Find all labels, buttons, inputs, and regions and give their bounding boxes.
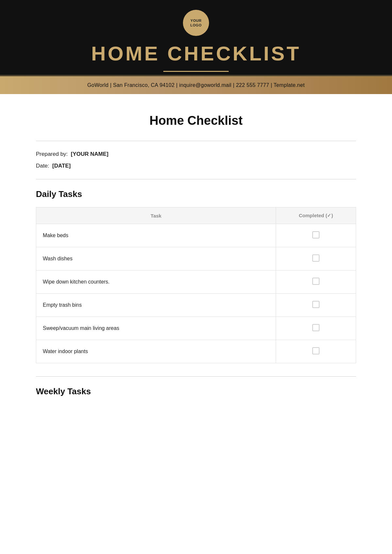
daily-tasks-title: Daily Tasks <box>36 189 356 199</box>
checkbox-icon[interactable] <box>312 231 319 238</box>
document-title: Home Checklist <box>36 114 356 128</box>
task-cell: Make beds <box>36 224 276 247</box>
header-lines <box>0 75 392 76</box>
meta-info: Prepared by: [YOUR NAME] Date: [DATE] <box>36 151 356 169</box>
weekly-tasks-section: Weekly Tasks <box>36 386 356 397</box>
prepared-by-row: Prepared by: [YOUR NAME] <box>36 151 356 157</box>
check-cell[interactable] <box>276 270 356 294</box>
task-cell: Sweep/vacuum main living areas <box>36 317 276 340</box>
task-cell: Wash dishes <box>36 247 276 270</box>
logo-text: YOURLOGO <box>190 18 202 28</box>
check-cell[interactable] <box>276 340 356 363</box>
table-row: Wash dishes <box>36 247 356 270</box>
table-header-row: Task Completed (✓) <box>36 207 356 224</box>
column-task-header: Task <box>36 207 276 224</box>
table-row: Empty trash bins <box>36 294 356 317</box>
divider-2 <box>36 179 356 179</box>
daily-tasks-table: Task Completed (✓) Make bedsWash dishesW… <box>36 207 356 363</box>
prepared-by-label: Prepared by: <box>36 151 68 157</box>
info-bar: GoWorld | San Francisco, CA 94102 | inqu… <box>0 76 392 94</box>
column-completed-header: Completed (✓) <box>276 207 356 224</box>
task-cell: Empty trash bins <box>36 294 276 317</box>
header-underline <box>163 71 229 72</box>
date-label: Date: <box>36 163 49 169</box>
divider-3 <box>36 376 356 377</box>
checkbox-icon[interactable] <box>312 301 319 308</box>
checkbox-icon[interactable] <box>312 347 319 354</box>
info-bar-text: GoWorld | San Francisco, CA 94102 | inqu… <box>87 82 305 88</box>
task-cell: Wipe down kitchen counters. <box>36 270 276 294</box>
header-title: HOME CHECKLIST <box>91 42 301 65</box>
checkbox-icon[interactable] <box>312 278 319 285</box>
task-cell: Water indoor plants <box>36 340 276 363</box>
date-row: Date: [DATE] <box>36 163 356 169</box>
logo-circle: YOURLOGO <box>183 10 209 36</box>
check-cell[interactable] <box>276 247 356 270</box>
main-content: Home Checklist Prepared by: [YOUR NAME] … <box>0 94 392 424</box>
page-header: YOURLOGO HOME CHECKLIST <box>0 0 392 76</box>
weekly-tasks-title: Weekly Tasks <box>36 386 356 397</box>
prepared-by-value: [YOUR NAME] <box>71 151 108 157</box>
date-value: [DATE] <box>52 163 71 169</box>
checkbox-icon[interactable] <box>312 324 319 331</box>
table-row: Water indoor plants <box>36 340 356 363</box>
check-cell[interactable] <box>276 224 356 247</box>
check-cell[interactable] <box>276 317 356 340</box>
divider-1 <box>36 141 356 141</box>
table-row: Sweep/vacuum main living areas <box>36 317 356 340</box>
table-row: Wipe down kitchen counters. <box>36 270 356 294</box>
table-row: Make beds <box>36 224 356 247</box>
check-cell[interactable] <box>276 294 356 317</box>
checkbox-icon[interactable] <box>312 254 319 262</box>
